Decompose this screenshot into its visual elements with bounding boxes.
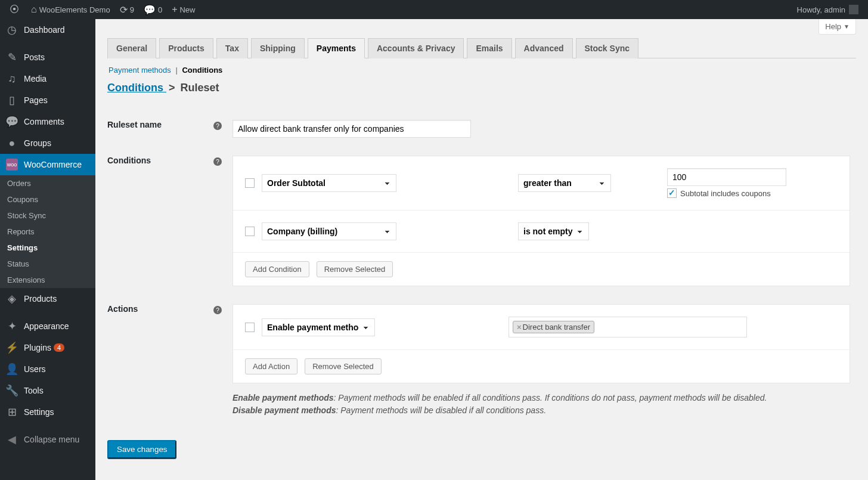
menu-groups[interactable]: ●Groups <box>0 132 95 154</box>
tab-payments[interactable]: Payments <box>308 38 365 58</box>
remove-selected-button[interactable]: Remove Selected <box>317 261 393 277</box>
collapse-icon: ◀ <box>6 433 18 445</box>
menu-pages[interactable]: ▯Pages <box>0 89 95 111</box>
menu-label: WooCommerce <box>24 160 82 169</box>
menu-label: Plugins <box>24 343 51 352</box>
menu-users[interactable]: 👤Users <box>0 358 95 380</box>
comment-icon: 💬 <box>6 116 18 128</box>
tab-general[interactable]: General <box>107 38 156 58</box>
sub-stock-sync[interactable]: Stock Sync <box>0 208 95 224</box>
new-content-link[interactable]: +New <box>167 0 200 19</box>
menu-woocommerce[interactable]: wooWooCommerce <box>0 154 95 175</box>
tab-shipping[interactable]: Shipping <box>251 38 305 58</box>
action-row-checkbox[interactable] <box>245 323 255 332</box>
tab-tax[interactable]: Tax <box>216 38 248 58</box>
menu-tools[interactable]: 🔧Tools <box>0 380 95 401</box>
plugins-icon: ⚡ <box>6 342 18 354</box>
updates-count: 9 <box>130 5 134 14</box>
conditions-actions: Add Condition Remove Selected <box>233 252 850 286</box>
subtotal-coupons-checkbox[interactable] <box>667 188 677 198</box>
chevron-down-icon: ▼ <box>844 23 850 30</box>
menu-label: Tools <box>24 386 44 395</box>
comments-count: 0 <box>158 5 162 14</box>
condition-field-select[interactable]: Order Subtotal <box>262 174 396 192</box>
menu-label: Collapse menu <box>24 435 79 444</box>
sub-extensions[interactable]: Extensions <box>0 272 95 288</box>
add-condition-button[interactable]: Add Condition <box>245 261 309 277</box>
sub-status[interactable]: Status <box>0 256 95 272</box>
menu-label: Pages <box>24 95 48 105</box>
menu-label: Products <box>24 294 57 304</box>
condition-operator-select[interactable]: greater than <box>518 174 611 192</box>
condition-value-input[interactable] <box>667 168 786 186</box>
ruleset-name-input[interactable] <box>232 120 471 138</box>
save-changes-button[interactable]: Save changes <box>107 440 176 459</box>
remove-selected-button[interactable]: Remove Selected <box>305 358 382 374</box>
tab-advanced[interactable]: Advanced <box>515 38 573 58</box>
help-icon[interactable]: ? <box>213 306 222 314</box>
remove-tag-icon[interactable]: × <box>517 323 522 332</box>
woocommerce-submenu: Orders Coupons Stock Sync Reports Settin… <box>0 175 95 288</box>
help-tab[interactable]: Help ▼ <box>819 19 856 35</box>
updates-link[interactable]: ⟳9 <box>115 0 139 19</box>
menu-posts[interactable]: ✎Posts <box>0 47 95 68</box>
tab-accounts[interactable]: Accounts & Privacy <box>368 38 464 58</box>
products-icon: ◈ <box>6 293 18 305</box>
subtotal-coupons-label[interactable]: Subtotal includes coupons <box>667 188 786 198</box>
site-name[interactable]: ⌂WooElements Demo <box>26 0 115 19</box>
condition-row: Company (billing) is not empty <box>233 210 850 252</box>
avatar <box>849 5 858 14</box>
plugins-badge: 4 <box>54 343 64 352</box>
tab-stock-sync[interactable]: Stock Sync <box>576 38 638 58</box>
menu-comments[interactable]: 💬Comments <box>0 111 95 132</box>
dashboard-icon: ◷ <box>6 24 18 36</box>
menu-products[interactable]: ◈Products <box>0 288 95 309</box>
tab-emails[interactable]: Emails <box>467 38 512 58</box>
sub-orders[interactable]: Orders <box>0 175 95 191</box>
condition-row-checkbox[interactable] <box>245 178 255 188</box>
breadcrumb-conditions[interactable]: Conditions <box>107 82 166 94</box>
menu-label: Settings <box>24 407 54 417</box>
help-icon[interactable]: ? <box>213 157 222 166</box>
description-text: Enable payment methods: Payment methods … <box>232 392 850 417</box>
sub-settings[interactable]: Settings <box>0 240 95 256</box>
menu-label: Media <box>24 74 46 83</box>
help-label: Help <box>825 22 841 31</box>
sub-coupons[interactable]: Coupons <box>0 191 95 208</box>
subsection-conditions[interactable]: Conditions <box>182 66 222 75</box>
menu-appearance[interactable]: ✦Appearance <box>0 315 95 337</box>
menu-settings[interactable]: ⊞Settings <box>0 401 95 423</box>
users-icon: 👤 <box>6 363 18 375</box>
condition-operator-select[interactable]: is not empty <box>518 222 589 240</box>
sub-reports[interactable]: Reports <box>0 224 95 240</box>
comments-link[interactable]: 💬0 <box>139 0 167 19</box>
condition-row: Order Subtotal greater than Subtotal inc… <box>233 156 850 210</box>
settings-tabs: General Products Tax Shipping Payments A… <box>107 19 856 58</box>
menu-plugins[interactable]: ⚡Plugins4 <box>0 337 95 358</box>
site-name-label: WooElements Demo <box>39 5 110 14</box>
sub-sections: Payment methods | Conditions <box>108 66 855 75</box>
wp-logo-icon[interactable]: ⦿ <box>5 0 26 19</box>
menu-dashboard[interactable]: ◷Dashboard <box>0 19 95 41</box>
action-type-select[interactable]: Enable payment methods <box>262 318 375 336</box>
media-icon: ♫ <box>6 73 18 85</box>
subsection-payment-methods[interactable]: Payment methods <box>108 66 171 75</box>
menu-label: Appearance <box>24 321 69 331</box>
action-row: Enable payment methods × Direct bank tra… <box>233 305 850 349</box>
new-label: New <box>179 5 195 14</box>
conditions-panel: Order Subtotal greater than Subtotal inc… <box>232 156 850 286</box>
tab-products[interactable]: Products <box>159 38 213 58</box>
menu-label: Dashboard <box>24 25 65 35</box>
payment-methods-input[interactable]: × Direct bank transfer <box>509 317 747 337</box>
menu-label: Comments <box>24 117 64 126</box>
condition-field-select[interactable]: Company (billing) <box>262 222 396 240</box>
add-action-button[interactable]: Add Action <box>245 358 297 374</box>
my-account[interactable]: Howdy, admin <box>792 0 863 19</box>
help-icon[interactable]: ? <box>213 122 222 130</box>
condition-row-checkbox[interactable] <box>245 227 255 236</box>
admin-bar: ⦿ ⌂WooElements Demo ⟳9 💬0 +New Howdy, ad… <box>0 0 868 19</box>
howdy-label: Howdy, admin <box>797 5 845 14</box>
collapse-menu[interactable]: ◀Collapse menu <box>0 429 95 450</box>
actions-label: Actions ? <box>107 295 227 426</box>
menu-media[interactable]: ♫Media <box>0 68 95 89</box>
